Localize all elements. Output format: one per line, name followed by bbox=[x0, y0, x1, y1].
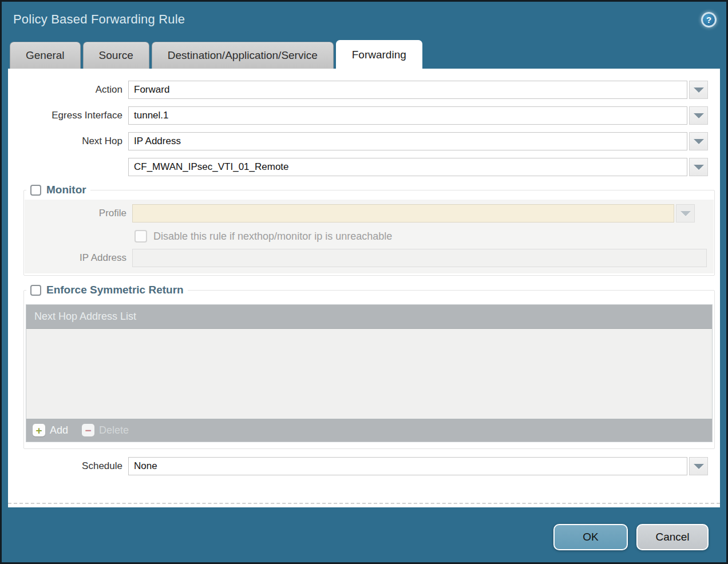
table-toolbar: + Add − Delete bbox=[26, 419, 712, 442]
egress-interface-dropdown-button[interactable] bbox=[689, 106, 708, 125]
monitor-fieldset: Monitor Profile Disable this rule if nex… bbox=[23, 184, 715, 276]
monitor-ip-row: IP Address bbox=[25, 249, 707, 267]
next-hop-address-table: Next Hop Address List + Add − Delete bbox=[26, 304, 713, 442]
policy-based-forwarding-dialog: Policy Based Forwarding Rule ? General S… bbox=[0, 0, 728, 564]
next-hop-address-combo: CF_MWAN_IPsec_VTI_01_Remote bbox=[128, 158, 708, 176]
dialog-titlebar: Policy Based Forwarding Rule ? bbox=[2, 2, 726, 37]
dialog-footer: OK Cancel bbox=[2, 507, 726, 550]
next-hop-address-dropdown-button[interactable] bbox=[689, 158, 708, 176]
next-hop-address-row: CF_MWAN_IPsec_VTI_01_Remote bbox=[8, 158, 708, 176]
monitor-legend-label: Monitor bbox=[46, 184, 86, 196]
tab-general[interactable]: General bbox=[10, 42, 81, 69]
symmetric-return-legend: Enforce Symmetric Return bbox=[26, 284, 188, 296]
resize-separator bbox=[8, 503, 720, 504]
action-label: Action bbox=[8, 84, 122, 96]
chevron-down-icon bbox=[694, 88, 704, 93]
egress-interface-combo: tunnel.1 bbox=[128, 106, 708, 125]
tab-source[interactable]: Source bbox=[83, 42, 149, 69]
egress-interface-value[interactable]: tunnel.1 bbox=[128, 106, 687, 125]
next-hop-row: Next Hop IP Address bbox=[8, 132, 708, 150]
disable-rule-label: Disable this rule if nexthop/monitor ip … bbox=[153, 231, 392, 243]
action-value[interactable]: Forward bbox=[128, 81, 687, 99]
chevron-down-icon bbox=[694, 139, 704, 144]
cancel-button[interactable]: Cancel bbox=[636, 524, 709, 550]
monitor-legend: Monitor bbox=[26, 184, 90, 196]
dialog-title: Policy Based Forwarding Rule bbox=[13, 12, 185, 27]
add-button[interactable]: + Add bbox=[33, 424, 68, 436]
ok-button[interactable]: OK bbox=[553, 524, 628, 550]
schedule-row: Schedule None bbox=[8, 457, 708, 475]
delete-button: − Delete bbox=[82, 424, 129, 436]
profile-dropdown-button bbox=[676, 204, 695, 223]
next-hop-address-value[interactable]: CF_MWAN_IPsec_VTI_01_Remote bbox=[128, 158, 687, 176]
profile-row: Profile bbox=[25, 204, 695, 223]
profile-combo bbox=[132, 204, 695, 223]
symmetric-return-fieldset: Enforce Symmetric Return Next Hop Addres… bbox=[23, 284, 715, 449]
monitor-ip-value bbox=[132, 249, 707, 267]
help-icon[interactable]: ? bbox=[701, 12, 717, 27]
chevron-down-icon bbox=[694, 464, 704, 469]
tab-forwarding[interactable]: Forwarding bbox=[336, 40, 422, 69]
chevron-down-icon bbox=[694, 113, 704, 118]
egress-interface-row: Egress Interface tunnel.1 bbox=[8, 106, 708, 125]
minus-icon: − bbox=[82, 424, 94, 436]
schedule-dropdown-button[interactable] bbox=[689, 457, 708, 475]
action-combo: Forward bbox=[128, 81, 708, 99]
schedule-value[interactable]: None bbox=[128, 457, 687, 475]
add-button-label: Add bbox=[50, 424, 68, 436]
plus-icon: + bbox=[33, 424, 45, 436]
next-hop-address-list-header: Next Hop Address List bbox=[26, 305, 712, 329]
action-row: Action Forward bbox=[8, 81, 708, 99]
monitor-ip-label: IP Address bbox=[25, 252, 126, 264]
delete-button-label: Delete bbox=[99, 424, 129, 436]
symmetric-return-legend-label: Enforce Symmetric Return bbox=[46, 284, 184, 296]
symmetric-return-checkbox[interactable] bbox=[30, 285, 41, 296]
forwarding-tab-panel: Action Forward Egress Interface tunnel.1… bbox=[8, 69, 720, 507]
next-hop-value[interactable]: IP Address bbox=[128, 132, 687, 150]
next-hop-combo: IP Address bbox=[128, 132, 708, 150]
disable-rule-checkbox bbox=[134, 230, 147, 243]
schedule-label: Schedule bbox=[8, 460, 122, 472]
profile-value bbox=[132, 204, 674, 223]
next-hop-label: Next Hop bbox=[8, 136, 122, 147]
chevron-down-icon bbox=[680, 211, 691, 216]
action-dropdown-button[interactable] bbox=[689, 81, 708, 99]
chevron-down-icon bbox=[694, 165, 704, 170]
next-hop-dropdown-button[interactable] bbox=[689, 132, 708, 150]
egress-interface-label: Egress Interface bbox=[8, 110, 122, 121]
monitor-checkbox[interactable] bbox=[30, 185, 41, 196]
profile-label: Profile bbox=[25, 208, 126, 219]
disable-rule-row: Disable this rule if nexthop/monitor ip … bbox=[134, 230, 714, 243]
tab-bar: General Source Destination/Application/S… bbox=[2, 37, 726, 69]
schedule-combo: None bbox=[128, 457, 708, 475]
monitor-panel: Profile Disable this rule if nexthop/mon… bbox=[25, 200, 714, 273]
next-hop-address-list-body[interactable] bbox=[26, 329, 712, 419]
tab-destination-application-service[interactable]: Destination/Application/Service bbox=[152, 42, 334, 69]
